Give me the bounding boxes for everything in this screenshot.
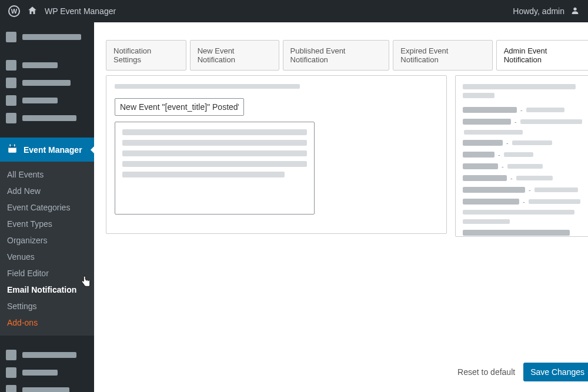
- top-bar-right: Howdy, admin: [513, 6, 580, 17]
- placeholder-text: [464, 130, 523, 135]
- tag-item: -: [463, 186, 584, 193]
- save-changes-button[interactable]: Save Changes: [523, 363, 588, 381]
- notification-tabs: Notification Settings New Event Notifica…: [106, 40, 588, 71]
- email-body-textarea[interactable]: [115, 122, 315, 215]
- email-subject-input[interactable]: [115, 98, 244, 116]
- top-bar-left: W WP Event Manager: [8, 5, 116, 18]
- placeholder-text: [463, 230, 570, 236]
- event-manager-submenu: All Events Add New Event Categories Even…: [0, 162, 94, 336]
- submenu-field-editor[interactable]: Field Editor: [0, 265, 94, 282]
- placeholder-text: [463, 219, 510, 224]
- svg-point-0: [573, 7, 576, 10]
- submenu-add-ons[interactable]: Add-ons: [0, 314, 94, 331]
- tab-admin-event-notification[interactable]: Admin Event Notification: [496, 40, 588, 71]
- tag-item: -: [463, 175, 584, 182]
- submenu-add-new[interactable]: Add New: [0, 183, 94, 199]
- wordpress-icon[interactable]: W: [8, 5, 20, 17]
- sidebar-placeholder: [0, 74, 94, 92]
- tab-published-event-notification[interactable]: Published Event Notification: [283, 40, 390, 71]
- tag-item: -: [463, 139, 584, 146]
- placeholder-text: [463, 93, 495, 98]
- submenu-settings[interactable]: Settings: [0, 298, 94, 314]
- calendar-icon: [7, 143, 18, 156]
- tag-item: -: [463, 106, 584, 113]
- tag-item: -: [463, 163, 584, 170]
- sidebar-item-event-manager[interactable]: Event Manager: [0, 138, 94, 162]
- sidebar-placeholder: [0, 109, 94, 127]
- reset-to-default-link[interactable]: Reset to default: [457, 367, 515, 377]
- svg-rect-4: [14, 145, 15, 147]
- submenu-event-types[interactable]: Event Types: [0, 216, 94, 232]
- tag-item: -: [463, 198, 584, 205]
- tab-notification-settings[interactable]: Notification Settings: [106, 40, 186, 71]
- sidebar-placeholder: [0, 92, 94, 109]
- sidebar-placeholder: [0, 381, 94, 392]
- form-actions: Reset to default Save Changes: [457, 363, 588, 381]
- tab-content: - - - - - - - -: [106, 75, 588, 237]
- site-title[interactable]: WP Event Manager: [45, 6, 116, 16]
- placeholder-text: [463, 210, 574, 215]
- sidebar-placeholder: [0, 56, 94, 74]
- email-template-panel: [106, 75, 447, 234]
- submenu-event-categories[interactable]: Event Categories: [0, 199, 94, 216]
- svg-rect-2: [8, 146, 16, 148]
- tag-item: -: [463, 118, 584, 125]
- sidebar-placeholder: [0, 346, 94, 364]
- placeholder-text: [463, 84, 576, 89]
- home-icon[interactable]: [27, 5, 38, 18]
- submenu-organizers[interactable]: Organizers: [0, 232, 94, 249]
- placeholder-label: [115, 84, 300, 89]
- template-tags-panel: - - - - - - - -: [455, 75, 588, 237]
- submenu-email-notification[interactable]: Email Notification: [0, 282, 94, 298]
- tag-item: -: [463, 151, 584, 158]
- user-icon[interactable]: [570, 6, 580, 17]
- tab-new-event-notification[interactable]: New Event Notification: [190, 40, 279, 71]
- tab-expired-event-notification[interactable]: Expired Event Notification: [393, 40, 492, 71]
- submenu-venues[interactable]: Venues: [0, 249, 94, 265]
- greeting-text[interactable]: Howdy, admin: [513, 6, 564, 16]
- admin-sidebar: Event Manager All Events Add New Event C…: [0, 22, 94, 392]
- event-manager-label: Event Manager: [24, 145, 82, 155]
- main-content: Notification Settings New Event Notifica…: [94, 22, 588, 392]
- svg-rect-3: [10, 145, 11, 147]
- sidebar-placeholder: [0, 364, 94, 381]
- admin-top-bar: W WP Event Manager Howdy, admin: [0, 0, 588, 22]
- sidebar-placeholder: [0, 28, 94, 46]
- submenu-all-events[interactable]: All Events: [0, 166, 94, 183]
